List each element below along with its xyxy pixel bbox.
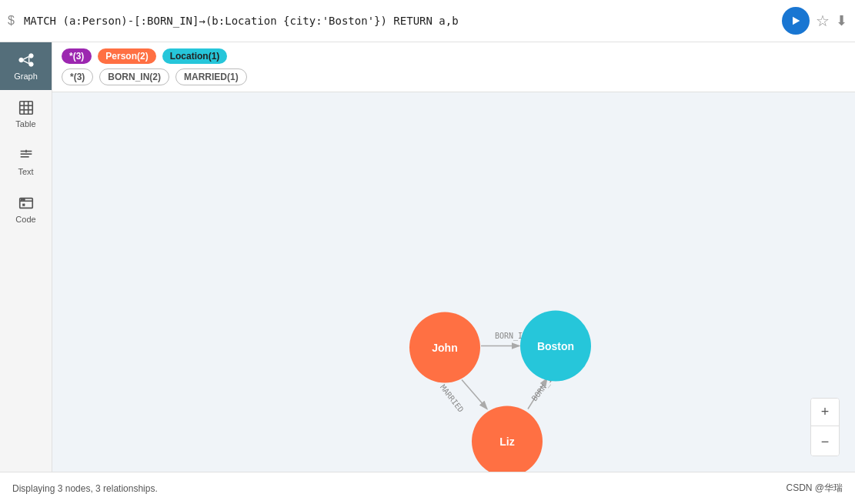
code-icon [18, 195, 35, 212]
edges-filter-row: *(3) BORN_IN(2) MARRIED(1) [62, 68, 846, 85]
filter-bar: *(3) Person(2) Location(1) *(3) BORN_IN(… [52, 42, 855, 92]
zoom-in-button[interactable]: + [811, 399, 839, 426]
svg-point-2 [28, 54, 32, 58]
edge-john-liz [462, 380, 487, 409]
status-right: CSDN @华瑞 [786, 482, 843, 495]
sidebar-item-table[interactable]: Table [0, 90, 52, 138]
nodes-filter-row: *(3) Person(2) Location(1) [62, 48, 846, 64]
run-button[interactable] [782, 7, 810, 35]
person-badge[interactable]: Person(2) [98, 48, 155, 64]
svg-line-4 [23, 56, 28, 59]
married-badge[interactable]: MARRIED(1) [175, 68, 247, 85]
node-boston-label: Boston [537, 340, 574, 352]
zoom-out-button[interactable]: − [811, 428, 839, 456]
bookmark-icon[interactable]: ☆ [816, 12, 830, 30]
sidebar-graph-label: Graph [14, 72, 38, 81]
text-icon [18, 147, 35, 164]
svg-rect-7 [19, 102, 32, 115]
svg-point-18 [21, 199, 22, 200]
graph-icon [18, 52, 35, 68]
node-liz-label: Liz [499, 436, 514, 448]
svg-marker-0 [793, 17, 800, 25]
status-text: Displaying 3 nodes, 3 relationships. [12, 483, 158, 494]
svg-line-5 [23, 61, 28, 64]
zoom-controls: + − [810, 398, 840, 456]
content-area: *(3) Person(2) Location(1) *(3) BORN_IN(… [52, 42, 855, 472]
svg-point-3 [28, 62, 32, 67]
sidebar-code-label: Code [15, 215, 35, 224]
sidebar: Graph Table Text [0, 42, 52, 472]
top-bar: $ MATCH (a:Person)-[:BORN_IN]→(b:Locatio… [0, 0, 855, 42]
location-badge[interactable]: Location(1) [162, 48, 228, 64]
graph-area[interactable]: BORN_IN MARRIED BORN_IN John Boston Liz [52, 92, 855, 472]
query-text: MATCH (a:Person)-[:BORN_IN]→(b:Location … [24, 15, 776, 27]
dollar-sign: $ [8, 14, 15, 28]
table-icon [18, 99, 35, 116]
main-layout: Graph Table Text [0, 42, 855, 472]
graph-svg: BORN_IN MARRIED BORN_IN John Boston Liz [52, 92, 855, 472]
sidebar-item-code[interactable]: Code [0, 185, 52, 233]
edge-married-label: MARRIED [439, 383, 466, 414]
born-in-badge[interactable]: BORN_IN(2) [99, 68, 169, 85]
sidebar-item-graph[interactable]: Graph [0, 42, 52, 90]
sidebar-text-label: Text [18, 167, 33, 176]
run-icon [790, 15, 802, 27]
sidebar-item-text[interactable]: Text [0, 138, 52, 185]
sidebar-table-label: Table [15, 119, 35, 129]
svg-point-1 [18, 58, 23, 62]
star-edges-badge[interactable]: *(3) [62, 68, 93, 85]
download-icon[interactable]: ⬇ [836, 12, 847, 29]
status-bar: Displaying 3 nodes, 3 relationships. CSD… [0, 472, 855, 504]
node-john-label: John [432, 342, 457, 354]
svg-point-19 [23, 199, 24, 200]
star-nodes-badge[interactable]: *(3) [62, 48, 92, 64]
top-actions: ☆ ⬇ [816, 12, 847, 30]
